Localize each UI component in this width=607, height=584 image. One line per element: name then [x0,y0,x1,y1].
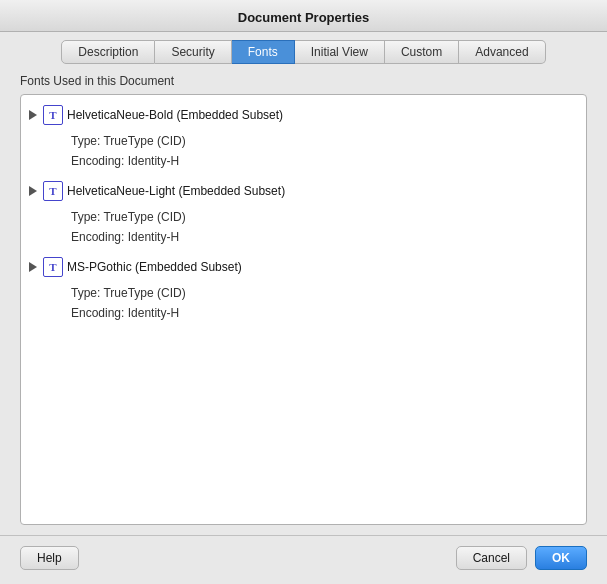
tab-custom[interactable]: Custom [385,40,459,64]
title-bar: Document Properties [0,0,607,32]
cancel-button[interactable]: Cancel [456,546,527,570]
footer: Help Cancel OK [0,535,607,584]
font-details: Type: TrueType (CID)Encoding: Identity-H [71,131,582,171]
expand-icon[interactable] [29,110,37,120]
font-type-row: Type: TrueType (CID) [71,131,582,151]
font-details: Type: TrueType (CID)Encoding: Identity-H [71,283,582,323]
expand-icon[interactable] [29,186,37,196]
font-entry: THelveticaNeue-Light (Embedded Subset)Ty… [25,179,582,247]
font-type-row: Type: TrueType (CID) [71,283,582,303]
font-name: HelveticaNeue-Light (Embedded Subset) [67,184,285,198]
section-label: Fonts Used in this Document [20,74,587,88]
font-encoding-row: Encoding: Identity-H [71,227,582,247]
tab-bar: DescriptionSecurityFontsInitial ViewCust… [0,32,607,64]
font-encoding-row: Encoding: Identity-H [71,151,582,171]
tab-description[interactable]: Description [61,40,155,64]
tab-security[interactable]: Security [155,40,231,64]
help-button[interactable]: Help [20,546,79,570]
font-header: TMS-PGothic (Embedded Subset) [25,255,582,279]
expand-icon[interactable] [29,262,37,272]
font-entry: THelveticaNeue-Bold (Embedded Subset)Typ… [25,103,582,171]
fonts-panel: THelveticaNeue-Bold (Embedded Subset)Typ… [20,94,587,525]
tab-initial-view[interactable]: Initial View [295,40,385,64]
main-content: Fonts Used in this Document THelveticaNe… [0,64,607,535]
footer-right: Cancel OK [456,546,587,570]
tab-advanced[interactable]: Advanced [459,40,545,64]
font-type-icon: T [43,105,63,125]
font-type-icon: T [43,181,63,201]
font-details: Type: TrueType (CID)Encoding: Identity-H [71,207,582,247]
font-header: THelveticaNeue-Bold (Embedded Subset) [25,103,582,127]
font-name: HelveticaNeue-Bold (Embedded Subset) [67,108,283,122]
font-type-icon: T [43,257,63,277]
window-title: Document Properties [238,10,369,25]
font-entry: TMS-PGothic (Embedded Subset)Type: TrueT… [25,255,582,323]
font-encoding-row: Encoding: Identity-H [71,303,582,323]
font-name: MS-PGothic (Embedded Subset) [67,260,242,274]
ok-button[interactable]: OK [535,546,587,570]
font-type-row: Type: TrueType (CID) [71,207,582,227]
tab-fonts[interactable]: Fonts [232,40,295,64]
font-header: THelveticaNeue-Light (Embedded Subset) [25,179,582,203]
